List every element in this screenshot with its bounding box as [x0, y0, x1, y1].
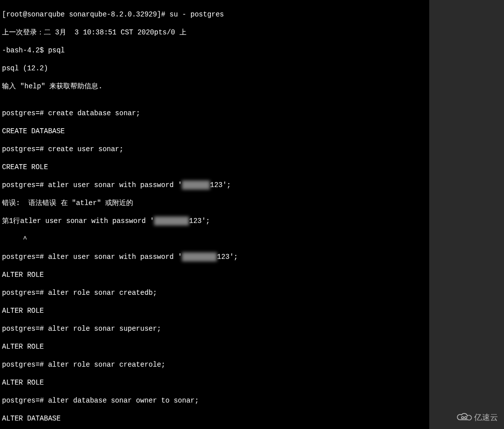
watermark-text: 亿速云 — [474, 413, 498, 422]
line-text-prefix: postgres=# atler user sonar with passwor… — [2, 181, 182, 189]
terminal-line: ALTER ROLE — [2, 378, 427, 387]
line-text-suffix: 123'; — [217, 253, 238, 261]
terminal-line: ALTER ROLE — [2, 306, 427, 315]
terminal-line: postgres=# create user sonar; — [2, 145, 427, 154]
terminal-line: postgres=# create database sonar; — [2, 109, 427, 118]
terminal-line: 输入 "help" 来获取帮助信息. — [2, 82, 427, 91]
redacted-password: XXXXXX — [182, 181, 210, 190]
terminal-line: -bash-4.2$ psql — [2, 46, 427, 55]
line-text-suffix: 123'; — [189, 217, 210, 225]
terminal-line: postgres=# atler user sonar with passwor… — [2, 181, 427, 190]
terminal-line: CREATE DATABASE — [2, 127, 427, 136]
terminal-line: 第1行atler user sonar with password 'XXXXX… — [2, 216, 427, 225]
terminal-line: 错误: 语法错误 在 "atler" 或附近的 — [2, 199, 427, 208]
terminal-line: CREATE ROLE — [2, 163, 427, 172]
terminal-line: ^ — [2, 234, 427, 243]
svg-point-0 — [462, 417, 464, 419]
terminal-line: ALTER ROLE — [2, 270, 427, 279]
terminal-line: 上一次登录：二 3月 3 10:38:51 CST 2020pts/0 上 — [2, 28, 427, 37]
terminal-window[interactable]: [root@sonarqube sonarqube-8.2.0.32929]# … — [0, 0, 429, 429]
redacted-password: XXXXXXX — [182, 252, 217, 261]
terminal-line: postgres=# alter user sonar with passwor… — [2, 252, 427, 261]
line-text-prefix: postgres=# alter user sonar with passwor… — [2, 253, 182, 261]
terminal-line: [root@sonarqube sonarqube-8.2.0.32929]# … — [2, 10, 427, 19]
watermark: 亿速云 — [455, 411, 498, 424]
cloud-icon — [455, 411, 472, 424]
terminal-line: ALTER ROLE — [2, 342, 427, 351]
redacted-password: XXXXXXX — [154, 216, 189, 225]
terminal-line: postgres=# alter role sonar createdb; — [2, 288, 427, 297]
terminal-line: postgres=# alter role sonar superuser; — [2, 324, 427, 333]
terminal-line: psql (12.2) — [2, 64, 427, 73]
terminal-line: ALTER DATABASE — [2, 414, 427, 423]
terminal-line: postgres=# alter role sonar createrole; — [2, 360, 427, 369]
terminal-line: postgres=# alter database sonar owner to… — [2, 396, 427, 405]
line-text-suffix: 123'; — [210, 181, 231, 189]
line-text-prefix: 第1行atler user sonar with password ' — [2, 217, 154, 225]
svg-point-1 — [465, 417, 467, 419]
